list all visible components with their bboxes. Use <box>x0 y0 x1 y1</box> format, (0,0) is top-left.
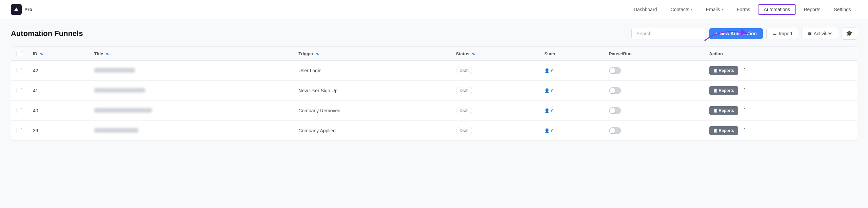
stats-person-icon-3: 👤 <box>544 128 550 133</box>
table-row: 41 New User Sign Up Draft 👤 0 <box>11 81 857 101</box>
row-action-2: ▣ Reports ⋮ <box>704 101 857 121</box>
more-options-button-0[interactable]: ⋮ <box>739 65 750 76</box>
row-id-2: 40 <box>27 101 89 121</box>
activities-icon: ▣ <box>807 31 812 36</box>
table-row: 42 User Login Draft 👤 0 <box>11 61 857 81</box>
row-toggle-3 <box>604 121 704 141</box>
select-all-checkbox[interactable] <box>17 51 22 56</box>
reports-icon-1: ▣ <box>713 88 717 93</box>
row-toggle-2 <box>604 101 704 121</box>
row-title-2 <box>89 101 293 121</box>
search-wrap <box>631 28 706 39</box>
table-header: ID ⇅ Title ⇅ Trigger ⇅ Status ⇅ <box>11 47 857 61</box>
row-action-0: ▣ Reports ⋮ <box>704 61 857 81</box>
automations-table: ID ⇅ Title ⇅ Trigger ⇅ Status ⇅ <box>11 46 857 141</box>
pause-run-toggle-2[interactable] <box>609 107 621 114</box>
nav-item-contacts[interactable]: Contacts ▾ <box>665 4 698 15</box>
table-row: 39 Company Applied Draft 👤 0 <box>11 121 857 141</box>
row-checkbox-1[interactable] <box>17 88 22 93</box>
id-sort-icon[interactable]: ⇅ <box>40 52 43 56</box>
table-row: 40 Company Removed Draft 👤 0 <box>11 101 857 121</box>
row-action-1: ▣ Reports ⋮ <box>704 81 857 101</box>
reports-icon-3: ▣ <box>713 128 717 133</box>
main-content: Automation Funnels + New Automation ☁ Im <box>0 19 868 149</box>
trigger-sort-icon[interactable]: ⇅ <box>316 52 319 56</box>
search-input[interactable] <box>631 28 706 39</box>
status-sort-icon[interactable]: ⇅ <box>472 52 475 56</box>
row-checkbox-2[interactable] <box>17 108 22 113</box>
stats-person-icon-2: 👤 <box>544 108 550 113</box>
col-stats: Stats <box>539 47 603 61</box>
col-id: ID ⇅ <box>27 47 89 61</box>
row-stats-3: 👤 0 <box>539 121 603 141</box>
nav-item-forms[interactable]: Forms <box>731 4 756 15</box>
nav-item-reports[interactable]: Reports <box>797 4 826 15</box>
col-action: Action <box>704 47 857 61</box>
row-stats-0: 👤 0 <box>539 61 603 81</box>
nav-menu: Dashboard Contacts ▾ Emails ▾ Forms Auto… <box>628 4 857 15</box>
navbar: Pro Dashboard Contacts ▾ Emails ▾ Forms … <box>0 0 868 19</box>
app-logo[interactable]: Pro <box>11 4 32 15</box>
row-status-2: Draft <box>451 101 539 121</box>
nav-item-dashboard[interactable]: Dashboard <box>628 4 663 15</box>
reports-button-0[interactable]: ▣ Reports <box>709 66 738 75</box>
row-stats-1: 👤 0 <box>539 81 603 101</box>
nav-item-settings[interactable]: Settings <box>828 4 857 15</box>
table-body: 42 User Login Draft 👤 0 <box>11 61 857 141</box>
flag-icon: 🎓 <box>846 31 853 36</box>
pause-run-toggle-3[interactable] <box>609 127 621 134</box>
row-status-0: Draft <box>451 61 539 81</box>
col-pause-run: Pause/Run <box>604 47 704 61</box>
row-id-0: 42 <box>27 61 89 81</box>
emails-chevron-icon: ▾ <box>722 7 723 11</box>
col-status: Status ⇅ <box>451 47 539 61</box>
activities-button[interactable]: ▣ Activities <box>802 28 838 39</box>
reports-icon-0: ▣ <box>713 68 717 73</box>
row-title-3 <box>89 121 293 141</box>
row-toggle-0 <box>604 61 704 81</box>
row-checkbox-3[interactable] <box>17 128 22 133</box>
row-stats-2: 👤 0 <box>539 101 603 121</box>
stats-person-icon-1: 👤 <box>544 88 550 93</box>
pause-run-toggle-1[interactable] <box>609 87 621 94</box>
nav-item-emails[interactable]: Emails ▾ <box>700 4 729 15</box>
logo-text: Pro <box>24 7 32 12</box>
import-button[interactable]: ☁ Import <box>766 28 798 39</box>
row-trigger-0: User Login <box>293 61 451 81</box>
reports-button-2[interactable]: ▣ Reports <box>709 106 738 115</box>
row-trigger-3: Company Applied <box>293 121 451 141</box>
row-id-3: 39 <box>27 121 89 141</box>
row-id-1: 41 <box>27 81 89 101</box>
row-title-0 <box>89 61 293 81</box>
col-title: Title ⇅ <box>89 47 293 61</box>
data-table: ID ⇅ Title ⇅ Trigger ⇅ Status ⇅ <box>11 47 857 140</box>
toolbar: Automation Funnels + New Automation ☁ Im <box>11 27 857 40</box>
reports-button-1[interactable]: ▣ Reports <box>709 86 738 95</box>
row-toggle-1 <box>604 81 704 101</box>
flag-button[interactable]: 🎓 <box>842 27 857 40</box>
more-options-button-2[interactable]: ⋮ <box>739 106 750 116</box>
row-status-3: Draft <box>451 121 539 141</box>
new-automation-button[interactable]: + New Automation <box>709 28 763 39</box>
import-icon: ☁ <box>772 31 777 36</box>
col-trigger: Trigger ⇅ <box>293 47 451 61</box>
row-title-1 <box>89 81 293 101</box>
title-sort-icon[interactable]: ⇅ <box>106 52 108 56</box>
row-action-3: ▣ Reports ⋮ <box>704 121 857 141</box>
nav-item-automations[interactable]: Automations <box>758 4 796 15</box>
row-trigger-1: New User Sign Up <box>293 81 451 101</box>
reports-button-3[interactable]: ▣ Reports <box>709 126 738 135</box>
reports-icon-2: ▣ <box>713 108 717 113</box>
stats-person-icon-0: 👤 <box>544 68 550 73</box>
row-status-1: Draft <box>451 81 539 101</box>
row-checkbox-0[interactable] <box>17 68 22 73</box>
pause-run-toggle-0[interactable] <box>609 67 621 74</box>
more-options-button-3[interactable]: ⋮ <box>739 126 750 136</box>
contacts-chevron-icon: ▾ <box>691 7 692 11</box>
more-options-button-1[interactable]: ⋮ <box>739 86 750 96</box>
toolbar-right: + New Automation ☁ Import ▣ Activities 🎓 <box>631 27 857 40</box>
page-title: Automation Funnels <box>11 29 631 38</box>
row-trigger-2: Company Removed <box>293 101 451 121</box>
logo-icon <box>11 4 22 15</box>
